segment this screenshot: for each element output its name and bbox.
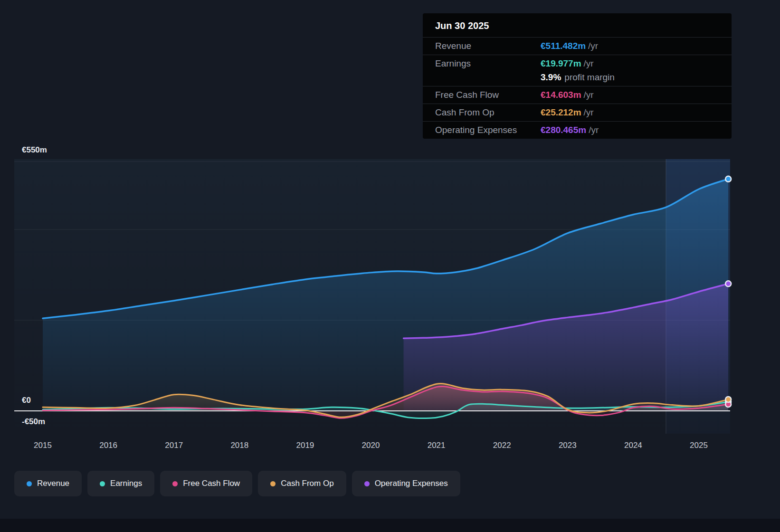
tooltip-value: €511.482m/yr [541,41,598,51]
tooltip-row-earnings: Earnings €19.977m/yr [423,55,732,72]
financials-line-chart[interactable] [0,142,780,437]
y-axis-label-zero: €0 [22,396,31,405]
tooltip-date: Jun 30 2025 [423,13,732,37]
page-root: { "tooltip": { "date": "Jun 30 2025", "r… [0,0,780,532]
x-axis-label-2018: 2018 [230,441,248,450]
legend-item-cash-from-op[interactable]: Cash From Op [258,471,346,496]
legend-item-operating-expenses[interactable]: Operating Expenses [352,471,460,496]
x-axis-label-2022: 2022 [493,441,511,450]
tooltip-row-profit-margin: 3.9%profit margin [423,72,732,86]
legend-dot-icon [172,481,178,486]
legend-dot-icon [270,481,276,486]
tooltip-row-operating-expenses: Operating Expenses €280.465m/yr [423,121,732,139]
tooltip-label: Operating Expenses [435,125,541,135]
legend-item-earnings[interactable]: Earnings [87,471,154,496]
legend-dot-icon [27,481,32,486]
tooltip-label: Revenue [435,41,541,51]
tooltip-value: €19.977m/yr [541,58,594,69]
x-axis-label-2019: 2019 [296,441,314,450]
x-axis-label-2016: 2016 [99,441,117,450]
bottom-bar [0,519,780,532]
legend-label: Revenue [37,479,69,488]
x-axis-label-2017: 2017 [165,441,183,450]
legend-label: Earnings [110,479,142,488]
x-axis: 2015201620172018201920202021202220232024… [0,441,780,452]
x-axis-label-2024: 2024 [624,441,642,450]
tooltip-value: €25.212m/yr [541,107,594,118]
tooltip-row-cash-from-op: Cash From Op €25.212m/yr [423,104,732,121]
x-axis-label-2020: 2020 [362,441,380,450]
tooltip-row-revenue: Revenue €511.482m/yr [423,37,732,55]
x-axis-label-2025: 2025 [690,441,708,450]
tooltip-value: 3.9%profit margin [541,72,615,83]
x-axis-label-2021: 2021 [428,441,446,450]
legend-label: Free Cash Flow [183,479,240,488]
tooltip-label: Cash From Op [435,107,541,118]
legend-label: Cash From Op [281,479,333,488]
y-axis-label-bottom: -€50m [22,417,45,427]
chart-canvas[interactable] [0,142,780,437]
x-axis-label-2023: 2023 [559,441,577,450]
data-tooltip: Jun 30 2025 Revenue €511.482m/yr Earning… [423,13,732,139]
legend-dot-icon [100,481,105,486]
legend-dot-icon [364,481,370,486]
tooltip-label: Free Cash Flow [435,90,541,100]
tooltip-value: €280.465m/yr [541,125,599,135]
legend-item-free-cash-flow[interactable]: Free Cash Flow [160,471,252,496]
y-axis-label-top: €550m [22,145,47,155]
chart-legend: RevenueEarningsFree Cash FlowCash From O… [14,471,460,496]
legend-item-revenue[interactable]: Revenue [14,471,82,496]
tooltip-row-free-cash-flow: Free Cash Flow €14.603m/yr [423,86,732,104]
x-axis-label-2015: 2015 [34,441,52,450]
tooltip-value: €14.603m/yr [541,90,594,100]
tooltip-label: Earnings [435,58,541,69]
legend-label: Operating Expenses [375,479,448,488]
